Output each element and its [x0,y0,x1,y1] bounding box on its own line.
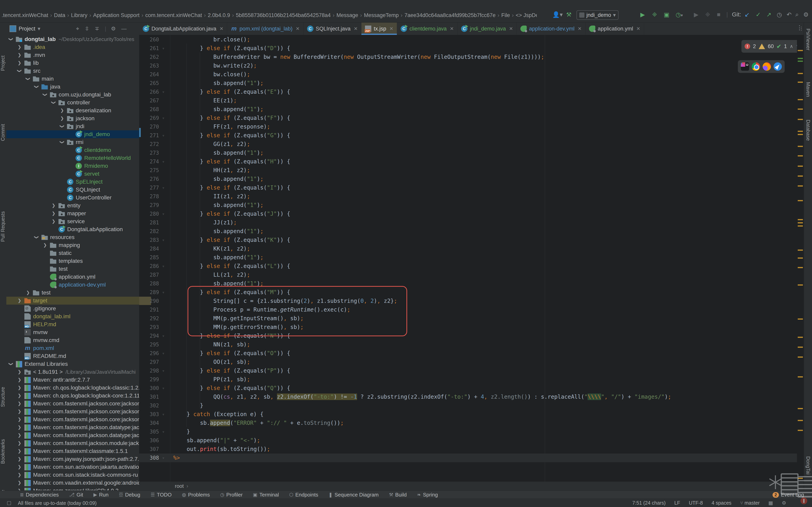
stripe-mark-warning[interactable] [798,319,803,320]
stripe-mark-warning[interactable] [798,166,803,167]
chevron-collapsed-icon[interactable]: ❯ [18,377,21,382]
editor-tab[interactable]: application-dev.yml✕ [517,22,586,35]
tree-item-external-libraries[interactable]: ❯External Libraries [6,360,139,368]
caret-position[interactable]: 7:51 (24 chars) [632,500,665,506]
tree-item-dongtai_lab[interactable]: ❯dongtai_lab~/Desktop/UzJuSecurityTools/… [6,35,139,43]
tree-item-test[interactable]: test [6,265,139,273]
tree-item-mvnw[interactable]: mvnw [6,328,139,336]
code-line-283[interactable]: 283▿ } else if (Z.equals("K")) { [139,236,798,244]
toolwindow-button-todo[interactable]: ☰TODO [151,492,172,498]
tree-item-dongtai_lab.iml[interactable]: dongtai_lab.iml [6,313,139,321]
tree-item-mapper[interactable]: ❯mapper [6,210,139,218]
user-icon[interactable]: 👤▾ [552,11,563,18]
stripe-mark-warning[interactable] [798,249,803,251]
chevron-expanded-icon[interactable]: ❯ [59,125,65,128]
editor-tab[interactable]: tx.jsp✕ [361,22,397,35]
toolwindow-button-psiviewer[interactable]: PsiViewer [805,29,811,74]
tree-item-maven-com.fasterxml.jackson.core-jackson[interactable]: ❯Maven: com.fasterxml.jackson.core:jacks… [6,400,139,408]
tree-item-maven-ch.qos.logback-logback-classic-1.2.[interactable]: ❯Maven: ch.qos.logback:logback-classic:1… [6,384,139,392]
git-commit-button[interactable]: ✓ [756,11,761,18]
stripe-mark-warning[interactable] [798,99,803,100]
chevron-collapsed-icon[interactable]: ❯ [60,108,64,113]
tree-item-maven-com.fasterxml.jackson.module-jacks[interactable]: ❯Maven: com.fasterxml.jackson.module:jac… [6,439,139,447]
toolwindow-button-maven[interactable]: Maven [805,82,811,112]
code-line-302[interactable]: 302 } [139,401,798,410]
tree-item-spelinject[interactable]: CSpELInject [6,178,139,186]
tree-item-main[interactable]: ❯main [6,75,139,83]
chevron-collapsed-icon[interactable]: ❯ [18,385,21,390]
toolwindow-button-debug[interactable]: ☲Debug [119,492,140,498]
fold-marker-icon[interactable]: ▿ [162,210,164,218]
close-icon[interactable]: ✕ [509,26,513,32]
fold-marker-icon[interactable]: ▿ [162,410,164,419]
prev-problem-icon[interactable]: ∧ [790,44,793,49]
lock-icon[interactable]: ▦ [768,500,773,506]
fold-marker-icon[interactable]: ▿ [162,349,164,358]
tree-item-entity[interactable]: ❯entity [6,202,139,210]
code-line-300[interactable]: 300▿ } else if (Z.equals("Q")) { [139,384,798,393]
code-line-279[interactable]: 279 sb.append("1"); [139,201,798,210]
fold-marker-icon[interactable]: ▿ [162,454,164,462]
breadcrumb-segment[interactable]: Message [337,12,358,18]
toolwindow-button-terminal[interactable]: ▣Terminal [253,492,279,498]
chevron-collapsed-icon[interactable]: ❯ [18,45,21,50]
chevron-collapsed-icon[interactable]: ❯ [18,472,21,477]
toolwindow-button-commit[interactable]: Commit [0,116,6,149]
code-line-297[interactable]: 297 OO(z1, sb); [139,358,798,367]
breadcrumb-segment[interactable]: 2.0b4.0.9 [208,12,230,18]
tree-item-com.uzju.dongtai_lab[interactable]: ❯com.uzju.dongtai_lab [6,91,139,99]
code-line-286[interactable]: 286▿ } else if (Z.equals("L")) { [139,262,798,271]
fold-marker-icon[interactable]: ▿ [162,332,164,340]
breadcrumb-segment[interactable]: <> JspDeclaration [516,12,537,18]
tree-item-.idea[interactable]: ❯.idea [6,43,139,51]
tree-item-maven-com.sun.istack-istack-commons-ru[interactable]: ❯Maven: com.sun.istack:istack-commons-ru [6,471,139,479]
tree-item-sqlinject[interactable]: CSQLInject [6,186,139,194]
code-line-308[interactable]: 308▿%> [139,454,798,462]
code-line-260[interactable]: 260 br.close(); [139,35,798,44]
stripe-mark-warning[interactable] [798,408,803,409]
stripe-mark-warning[interactable] [798,119,803,120]
stripe-mark-warning[interactable] [798,131,803,132]
close-icon[interactable]: ✕ [296,26,300,32]
code-line-287[interactable]: 287 LL(z1, z2); [139,271,798,279]
code-line-278[interactable]: 278 II(z1, z2); [139,192,798,201]
code-line-305[interactable]: 305▿ } [139,428,798,436]
breadcrumb[interactable]: .tencent.xinWeChat›Data›Library›Applicat… [2,12,537,18]
collapse-all-icon[interactable]: ∓ [95,25,99,32]
rollback-button[interactable]: ↶ [786,11,792,18]
tree-item-jndi[interactable]: ❯jndi [6,122,139,130]
fold-marker-icon[interactable]: ▿ [162,384,164,393]
stripe-mark-warning[interactable] [798,267,803,268]
tree-item-service[interactable]: ❯service [6,218,139,225]
line-ending[interactable]: LF [674,500,680,506]
code-editor[interactable]: 260 br.close();261▿ } else if (Z.equals(… [139,35,798,482]
fold-marker-icon[interactable]: ▿ [162,88,164,96]
gear-icon[interactable]: ⚙ [111,25,116,32]
code-line-285[interactable]: 285 sb.append("1"); [139,253,798,262]
stripe-mark-warning[interactable] [798,200,803,201]
chevron-expanded-icon[interactable]: ❯ [59,140,65,144]
stripe-mark-warning[interactable] [798,222,803,223]
chevron-collapsed-icon[interactable]: ❯ [18,370,21,375]
chevron-expanded-icon[interactable]: ❯ [34,85,39,89]
stripe-mark-warning[interactable] [798,109,803,110]
toolwindow-button-sequence-diagram[interactable]: ❚Sequence Diagram [328,492,378,498]
firefox-icon[interactable] [763,62,771,71]
close-icon[interactable]: ✕ [637,26,640,32]
tree-item-maven-com.sun.activation-jakarta.activatio[interactable]: ❯Maven: com.sun.activation:jakarta.activ… [6,463,139,471]
editor-tab[interactable]: CSQLInject.java✕ [304,22,362,35]
code-line-298[interactable]: 298▿ } else if (Z.equals("P")) { [139,367,798,375]
locate-icon[interactable]: ⌖ [76,25,79,32]
code-line-263[interactable]: 263 bw.write(z2); [139,61,798,70]
event-log-button[interactable]: 2 Event Log [772,492,804,498]
tree-item-.mvn[interactable]: ❯.mvn [6,51,139,59]
history-button[interactable]: ◷ [777,11,782,18]
project-view-title[interactable]: Project [19,26,35,32]
code-line-270[interactable]: 270 FF(z1, response); [139,122,798,131]
tree-item-templates[interactable]: templates [6,257,139,265]
fold-marker-icon[interactable]: ▿ [162,236,164,244]
tree-item-deserialization[interactable]: ❯deserialization [6,107,139,114]
tree-item-jndi_demo[interactable]: Cjndi_demo [6,130,139,138]
tree-item-pom.xml[interactable]: mpom.xml [6,344,139,352]
tree-item-src[interactable]: ❯src [6,67,139,75]
